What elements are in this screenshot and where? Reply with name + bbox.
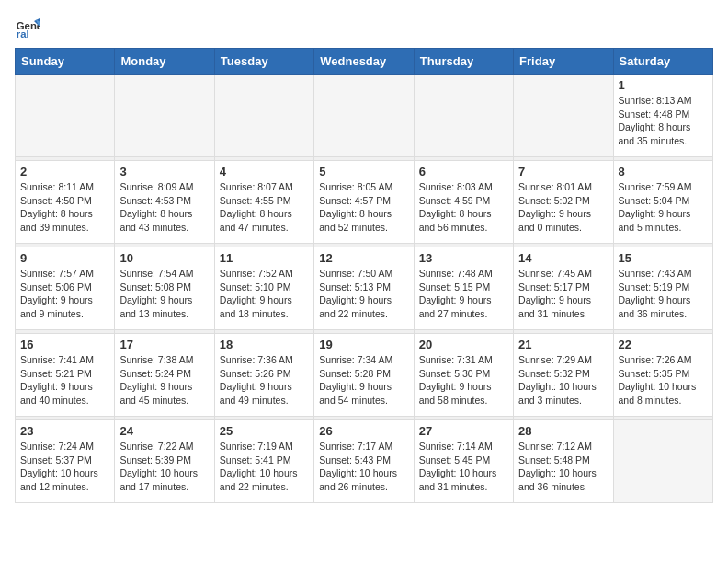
day-info: Sunrise: 8:03 AM Sunset: 4:59 PM Dayligh… <box>419 180 508 235</box>
calendar-day-cell <box>115 75 214 157</box>
day-info: Sunrise: 7:57 AM Sunset: 5:06 PM Dayligh… <box>20 267 109 321</box>
day-info: Sunrise: 8:09 AM Sunset: 4:53 PM Dayligh… <box>119 180 209 235</box>
weekday-header-wednesday: Wednesday <box>314 49 414 75</box>
page-header: Gene ral <box>15 15 713 40</box>
day-number: 22 <box>619 338 708 351</box>
logo-icon: Gene ral <box>15 15 40 40</box>
day-info: Sunrise: 7:24 AM Sunset: 5:37 PM Dayligh… <box>20 440 109 494</box>
weekday-header-tuesday: Tuesday <box>214 49 313 75</box>
calendar-day-cell: 23Sunrise: 7:24 AM Sunset: 5:37 PM Dayli… <box>16 420 115 503</box>
day-number: 13 <box>419 251 508 265</box>
day-info: Sunrise: 8:01 AM Sunset: 5:02 PM Dayligh… <box>518 180 608 235</box>
day-info: Sunrise: 7:50 AM Sunset: 5:13 PM Dayligh… <box>319 267 408 321</box>
calendar-day-cell: 26Sunrise: 7:17 AM Sunset: 5:43 PM Dayli… <box>314 420 414 503</box>
day-number: 21 <box>518 338 608 351</box>
day-number: 25 <box>220 424 309 438</box>
day-number: 2 <box>20 165 109 178</box>
day-number: 12 <box>319 251 408 265</box>
day-info: Sunrise: 8:11 AM Sunset: 4:50 PM Dayligh… <box>20 180 109 235</box>
calendar-day-cell: 14Sunrise: 7:45 AM Sunset: 5:17 PM Dayli… <box>514 247 613 330</box>
calendar-day-cell: 11Sunrise: 7:52 AM Sunset: 5:10 PM Dayli… <box>214 247 313 330</box>
calendar-day-cell: 12Sunrise: 7:50 AM Sunset: 5:13 PM Dayli… <box>314 247 414 330</box>
weekday-header-sunday: Sunday <box>16 49 115 75</box>
day-number: 1 <box>619 78 708 92</box>
calendar-day-cell: 13Sunrise: 7:48 AM Sunset: 5:15 PM Dayli… <box>414 247 513 330</box>
calendar-day-cell: 19Sunrise: 7:34 AM Sunset: 5:28 PM Dayli… <box>314 334 414 417</box>
day-info: Sunrise: 7:41 AM Sunset: 5:21 PM Dayligh… <box>20 353 109 408</box>
calendar-week-row: 1Sunrise: 8:13 AM Sunset: 4:48 PM Daylig… <box>16 75 713 157</box>
calendar-day-cell: 16Sunrise: 7:41 AM Sunset: 5:21 PM Dayli… <box>16 334 115 417</box>
day-number: 20 <box>419 338 508 351</box>
day-number: 14 <box>518 251 608 265</box>
day-info: Sunrise: 7:34 AM Sunset: 5:28 PM Dayligh… <box>319 353 408 408</box>
day-number: 19 <box>319 338 408 351</box>
day-info: Sunrise: 8:07 AM Sunset: 4:55 PM Dayligh… <box>220 180 309 235</box>
day-info: Sunrise: 7:31 AM Sunset: 5:30 PM Dayligh… <box>419 353 508 408</box>
calendar-day-cell <box>16 75 115 157</box>
day-number: 17 <box>119 338 209 351</box>
day-number: 18 <box>220 338 309 351</box>
day-info: Sunrise: 7:12 AM Sunset: 5:48 PM Dayligh… <box>518 440 608 494</box>
day-info: Sunrise: 7:26 AM Sunset: 5:35 PM Dayligh… <box>619 353 708 408</box>
day-info: Sunrise: 7:43 AM Sunset: 5:19 PM Dayligh… <box>619 267 708 321</box>
calendar-day-cell: 18Sunrise: 7:36 AM Sunset: 5:26 PM Dayli… <box>214 334 313 417</box>
day-number: 28 <box>518 424 608 438</box>
svg-text:ral: ral <box>17 29 29 40</box>
day-info: Sunrise: 7:14 AM Sunset: 5:45 PM Dayligh… <box>419 440 508 494</box>
day-number: 23 <box>20 424 109 438</box>
day-info: Sunrise: 7:38 AM Sunset: 5:24 PM Dayligh… <box>119 353 209 408</box>
calendar-week-row: 23Sunrise: 7:24 AM Sunset: 5:37 PM Dayli… <box>16 420 713 503</box>
day-number: 6 <box>419 165 508 178</box>
calendar-day-cell: 28Sunrise: 7:12 AM Sunset: 5:48 PM Dayli… <box>514 420 613 503</box>
calendar-day-cell: 25Sunrise: 7:19 AM Sunset: 5:41 PM Dayli… <box>214 420 313 503</box>
calendar-day-cell: 22Sunrise: 7:26 AM Sunset: 5:35 PM Dayli… <box>613 334 712 417</box>
logo: Gene ral <box>15 15 44 40</box>
day-number: 24 <box>119 424 209 438</box>
calendar-day-cell: 21Sunrise: 7:29 AM Sunset: 5:32 PM Dayli… <box>514 334 613 417</box>
day-number: 27 <box>419 424 508 438</box>
calendar-day-cell: 9Sunrise: 7:57 AM Sunset: 5:06 PM Daylig… <box>16 247 115 330</box>
calendar-day-cell <box>613 420 712 503</box>
calendar-day-cell <box>514 75 613 157</box>
day-number: 5 <box>319 165 408 178</box>
calendar-day-cell: 4Sunrise: 8:07 AM Sunset: 4:55 PM Daylig… <box>214 161 313 244</box>
day-number: 7 <box>518 165 608 178</box>
weekday-header-monday: Monday <box>115 49 214 75</box>
day-info: Sunrise: 7:52 AM Sunset: 5:10 PM Dayligh… <box>220 267 309 321</box>
day-info: Sunrise: 7:48 AM Sunset: 5:15 PM Dayligh… <box>419 267 508 321</box>
calendar-day-cell <box>214 75 313 157</box>
calendar-day-cell: 2Sunrise: 8:11 AM Sunset: 4:50 PM Daylig… <box>16 161 115 244</box>
calendar-day-cell: 8Sunrise: 7:59 AM Sunset: 5:04 PM Daylig… <box>613 161 712 244</box>
weekday-header-thursday: Thursday <box>414 49 513 75</box>
day-info: Sunrise: 7:19 AM Sunset: 5:41 PM Dayligh… <box>220 440 309 494</box>
day-info: Sunrise: 7:59 AM Sunset: 5:04 PM Dayligh… <box>619 180 708 235</box>
calendar-day-cell: 3Sunrise: 8:09 AM Sunset: 4:53 PM Daylig… <box>115 161 214 244</box>
day-number: 8 <box>619 165 708 178</box>
calendar-day-cell: 17Sunrise: 7:38 AM Sunset: 5:24 PM Dayli… <box>115 334 214 417</box>
day-info: Sunrise: 8:13 AM Sunset: 4:48 PM Dayligh… <box>619 94 708 148</box>
day-info: Sunrise: 7:36 AM Sunset: 5:26 PM Dayligh… <box>220 353 309 408</box>
day-number: 3 <box>119 165 209 178</box>
calendar-table: SundayMondayTuesdayWednesdayThursdayFrid… <box>15 48 713 503</box>
calendar-day-cell: 6Sunrise: 8:03 AM Sunset: 4:59 PM Daylig… <box>414 161 513 244</box>
calendar-week-row: 2Sunrise: 8:11 AM Sunset: 4:50 PM Daylig… <box>16 161 713 244</box>
calendar-day-cell <box>314 75 414 157</box>
calendar-day-cell: 5Sunrise: 8:05 AM Sunset: 4:57 PM Daylig… <box>314 161 414 244</box>
day-number: 4 <box>220 165 309 178</box>
calendar-day-cell: 1Sunrise: 8:13 AM Sunset: 4:48 PM Daylig… <box>613 75 712 157</box>
day-info: Sunrise: 7:29 AM Sunset: 5:32 PM Dayligh… <box>518 353 608 408</box>
calendar-day-cell: 20Sunrise: 7:31 AM Sunset: 5:30 PM Dayli… <box>414 334 513 417</box>
day-info: Sunrise: 7:17 AM Sunset: 5:43 PM Dayligh… <box>319 440 408 494</box>
calendar-day-cell: 27Sunrise: 7:14 AM Sunset: 5:45 PM Dayli… <box>414 420 513 503</box>
calendar-day-cell: 15Sunrise: 7:43 AM Sunset: 5:19 PM Dayli… <box>613 247 712 330</box>
day-number: 10 <box>119 251 209 265</box>
calendar-day-cell <box>414 75 513 157</box>
day-info: Sunrise: 7:22 AM Sunset: 5:39 PM Dayligh… <box>119 440 209 494</box>
calendar-day-cell: 7Sunrise: 8:01 AM Sunset: 5:02 PM Daylig… <box>514 161 613 244</box>
day-info: Sunrise: 8:05 AM Sunset: 4:57 PM Dayligh… <box>319 180 408 235</box>
day-number: 9 <box>20 251 109 265</box>
day-info: Sunrise: 7:45 AM Sunset: 5:17 PM Dayligh… <box>518 267 608 321</box>
weekday-header-row: SundayMondayTuesdayWednesdayThursdayFrid… <box>16 49 713 75</box>
calendar-day-cell: 24Sunrise: 7:22 AM Sunset: 5:39 PM Dayli… <box>115 420 214 503</box>
weekday-header-friday: Friday <box>514 49 613 75</box>
